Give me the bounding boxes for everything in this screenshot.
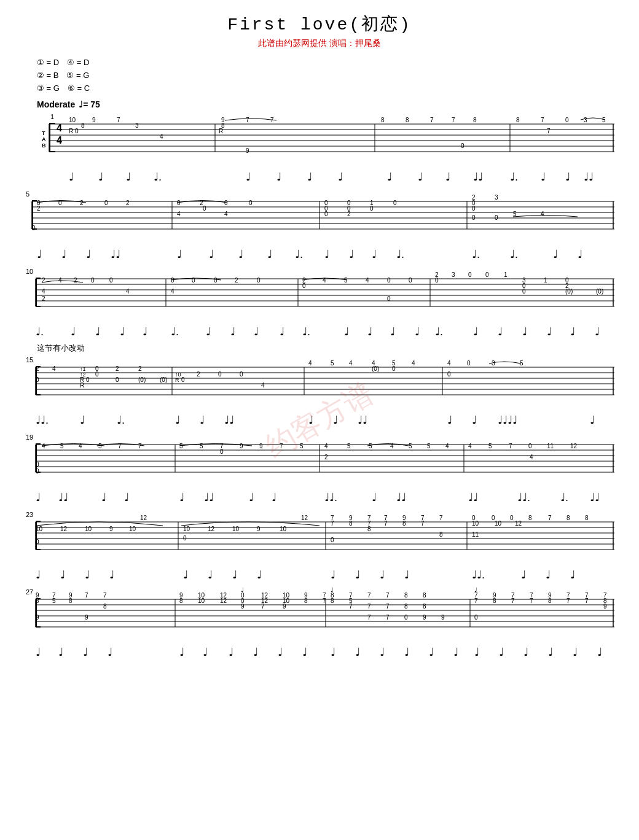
svg-text:4: 4 [261,382,265,389]
svg-text:T: T [42,130,45,136]
svg-text:0: 0 [32,225,36,231]
system-4: 15 2 4 ↑1 0 2 2 ↑2 0 [25,355,614,410]
svg-text:0: 0 [468,271,472,278]
svg-text:4: 4 [468,443,472,449]
svg-text:(0): (0) [565,288,573,295]
rhythm-2: ♩ ♩ ♩ ♩♩ ♩ ♩ ♩ ♩ ♩. ♩ ♩ ♩ ♩. ♩. ♩. ♩ ♩ [25,246,614,263]
svg-text:7: 7 [547,128,551,134]
svg-text:♩: ♩ [380,569,385,581]
svg-text:♩: ♩ [83,646,88,658]
svg-text:0: 0 [36,468,39,475]
svg-text:♩♩.: ♩♩. [36,414,49,426]
svg-text:11: 11 [472,531,479,538]
svg-text:7: 7 [246,117,249,123]
svg-text:0: 0 [181,376,185,383]
svg-text:♩♩: ♩♩ [473,171,483,183]
svg-text:♩: ♩ [280,325,284,338]
svg-text:10: 10 [280,526,287,532]
svg-text:8: 8 [585,515,589,521]
svg-text:♩: ♩ [183,569,188,581]
svg-text:A: A [42,136,46,142]
tuning-row-2: ② = B ⑤ = G [37,69,614,82]
svg-text:♩: ♩ [307,171,312,183]
svg-text:4: 4 [52,365,56,372]
svg-text:0: 0 [224,200,228,206]
svg-text:0: 0 [370,205,374,212]
svg-text:0: 0 [177,200,181,206]
svg-text:0: 0 [75,128,79,134]
svg-text:0: 0 [192,277,195,284]
svg-text:2: 2 [42,295,45,302]
svg-text:♩♩.: ♩♩. [324,491,337,504]
svg-text:R: R [69,128,73,134]
svg-text:♩: ♩ [570,325,575,338]
svg-text:♩: ♩ [276,171,281,183]
tempo-section: Moderate ♩= 75 [37,99,614,109]
svg-text:5: 5 [179,443,183,449]
svg-text:7: 7 [530,597,533,604]
svg-text:0: 0 [257,277,261,284]
page: First love(初恋) 此谱由约瑟网提供 演唱：押尾桑 ① = D ④ =… [0,0,639,840]
svg-text:10: 10 [26,268,33,275]
rhythm-1: ♩ ♩ ♩ ♩. ♩ ♩ ♩ ♩ ♩ ♩ ♩ ♩♩ ♩. ♩ ♩ ♩♩ [25,168,614,185]
svg-text:0: 0 [522,288,526,295]
svg-text:10: 10 [183,526,190,532]
svg-text:0: 0 [331,537,334,543]
svg-text:7: 7 [118,443,122,449]
svg-text:10: 10 [198,597,205,604]
svg-text:♩♩.: ♩♩. [517,491,530,504]
svg-text:4: 4 [323,277,326,284]
svg-text:2: 2 [36,365,39,372]
svg-text:♩: ♩ [445,171,450,183]
svg-text:8: 8 [439,531,443,538]
svg-text:♩: ♩ [232,569,237,581]
svg-text:R: R [175,377,179,383]
svg-text:7: 7 [430,117,434,123]
svg-text:0: 0 [324,211,328,217]
svg-text:0: 0 [36,539,39,545]
svg-text:8: 8 [179,597,183,604]
svg-text:♩: ♩ [108,646,112,658]
system-2: 5 0 0 2 0 2 2 0 [25,189,614,244]
svg-text:♩♩: ♩♩ [590,491,600,504]
svg-text:♩: ♩ [272,491,276,504]
svg-text:8: 8 [493,597,496,604]
svg-text:♩: ♩ [387,171,392,183]
svg-text:8: 8 [381,117,385,123]
svg-text:4: 4 [308,360,312,367]
svg-text:5: 5 [520,360,523,367]
svg-text:8: 8 [406,117,409,123]
svg-text:♩: ♩ [415,325,420,338]
svg-text:5: 5 [60,443,64,449]
main-title: First love(初恋) [25,12,614,36]
svg-text:0: 0 [104,200,108,206]
svg-text:♩♩.: ♩♩. [472,569,485,581]
svg-text:♩♩: ♩♩ [111,248,120,260]
svg-text:7: 7 [421,520,425,527]
svg-text:♩: ♩ [521,569,526,581]
svg-text:♩: ♩ [597,646,602,658]
svg-text:♩: ♩ [179,491,184,504]
svg-text:♩: ♩ [474,587,477,593]
svg-text:10: 10 [232,526,240,532]
svg-text:7: 7 [439,515,443,521]
svg-text:2: 2 [138,365,142,372]
svg-text:8: 8 [402,520,406,527]
svg-text:♩: ♩ [101,491,106,504]
svg-text:3: 3 [492,360,495,367]
svg-text:(0): (0) [160,376,167,383]
svg-text:0: 0 [109,277,113,284]
svg-text:7: 7 [367,603,371,610]
svg-text:♩: ♩ [390,325,395,338]
svg-text:♩: ♩ [95,325,100,338]
svg-text:8: 8 [36,597,39,604]
svg-text:5: 5 [344,277,348,284]
svg-text:♩: ♩ [404,646,409,658]
svg-text:1: 1 [504,271,508,278]
svg-text:♩: ♩ [246,171,251,183]
title-section: First love(初恋) 此谱由约瑟网提供 演唱：押尾桑 [25,12,614,49]
svg-text:5: 5 [26,190,29,198]
svg-text:♩: ♩ [367,325,372,338]
svg-text:♩: ♩ [175,414,180,426]
svg-text:5: 5 [488,443,492,449]
